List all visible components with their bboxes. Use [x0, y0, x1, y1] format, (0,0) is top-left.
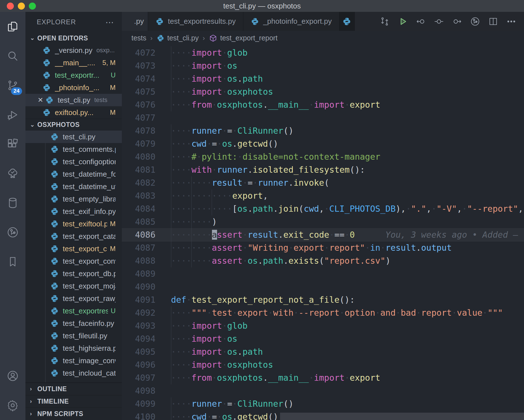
more-actions-icon[interactable]	[505, 16, 517, 27]
breadcrumb-item-test_export_report[interactable]: test_export_report	[209, 34, 278, 42]
code-line-4095[interactable]: 4095····import·os.path	[122, 345, 524, 358]
activity-test-explorer-icon[interactable]	[0, 159, 25, 188]
tree-item-test_export_raw_ca-[interactable]: test_export_raw_ca...	[25, 292, 122, 305]
activity-bookmarks-icon[interactable]	[0, 247, 25, 276]
split-editor-icon[interactable]	[487, 16, 499, 27]
tab-test-cli-partial[interactable]: .py	[122, 12, 148, 31]
tree-item-test_export_db-py[interactable]: test_export_db.py	[25, 267, 122, 280]
code-line-4089[interactable]: 4089	[122, 267, 524, 280]
activity-database-icon[interactable]	[0, 188, 25, 218]
code-line-4090[interactable]: 4090	[122, 280, 524, 293]
tree-item-test_export_conver-[interactable]: test_export_conver...	[25, 255, 122, 267]
section-open-editors[interactable]: ⌄ OPEN EDITORS	[25, 32, 122, 44]
open-editor-test_cli-py[interactable]: ✕test_cli.pytests	[25, 94, 122, 106]
open-editor-exiftool-py-[interactable]: exiftool.py...M	[25, 106, 122, 119]
activity-source-control-icon[interactable]: 24	[0, 71, 25, 100]
tree-item-test_exif_info-py[interactable]: test_exif_info.py	[25, 205, 122, 218]
tree-item-test_export_catalin-[interactable]: test_export_catalin...	[25, 230, 122, 243]
tree-item-test_highsierra-py[interactable]: test_highsierra.py	[25, 342, 122, 354]
section-outline[interactable]: ›OUTLINE	[25, 383, 122, 395]
open-editors-list: _version.pyosxp...__main__....5, Mtest_e…	[25, 44, 122, 119]
activity-extensions-icon[interactable]	[0, 129, 25, 159]
tree-item-test_configoptions-[interactable]: test_configoptions....	[25, 155, 122, 168]
open-editor-_photoinfo_-[interactable]: _photoinfo_...M	[25, 81, 122, 94]
tab-pinned-python[interactable]	[339, 12, 355, 31]
open-changes-icon[interactable]	[379, 16, 391, 27]
code-line-4083[interactable]: 4083············export,	[122, 189, 524, 202]
horizontal-scrollbar[interactable]	[280, 413, 524, 420]
activity-account-icon[interactable]	[0, 361, 25, 391]
code-line-4096[interactable]: 4096····import·osxphotos	[122, 358, 524, 371]
tree-item-test_exiftool-py[interactable]: test_exiftool.pyM	[25, 218, 122, 230]
tree-item-test_datetime_utils-[interactable]: test_datetime_utils....	[25, 180, 122, 193]
tree-item-test_incloud_catali-[interactable]: test_incloud_catali...	[25, 367, 122, 379]
open-editor-__main__-[interactable]: __main__....5, M	[25, 57, 122, 69]
code-line-4072[interactable]: 4072····import·glob	[122, 46, 524, 59]
code-line-4078[interactable]: 4078····runner·=·CliRunner()	[122, 124, 524, 137]
section-npm-scripts[interactable]: ›NPM SCRIPTS	[25, 408, 122, 420]
tree-item-test_export_c-[interactable]: test_export_c...M	[25, 243, 122, 255]
indent-guide	[171, 254, 171, 267]
indent-guide	[171, 345, 171, 358]
breadcrumb-separator: ›	[150, 34, 153, 42]
code-line-4074[interactable]: 4074····import·os.path	[122, 72, 524, 85]
code-editor[interactable]: 4072····import·glob4073····import·os4074…	[122, 45, 524, 420]
tree-item-test_datetime_form-[interactable]: test_datetime_form...	[25, 168, 122, 180]
goto-next-change-icon[interactable]	[451, 16, 463, 27]
section-osxphotos[interactable]: ⌄ OSXPHOTOS	[25, 119, 122, 131]
activity-settings-gear-icon[interactable]	[0, 391, 25, 420]
close-icon[interactable]: ✕	[36, 96, 45, 104]
code-line-4098[interactable]: 4098	[122, 384, 524, 397]
code-line-4086[interactable]: 4086········assert·result.exit_code·==·0…	[122, 228, 524, 241]
line-content: ····#·pylint:·disable=not-context-manage…	[171, 150, 524, 163]
git-graph-icon[interactable]	[469, 16, 481, 27]
code-line-4077[interactable]: 4077	[122, 111, 524, 124]
code-line-4084[interactable]: 4084············[os.path.join(cwd,·CLI_P…	[122, 202, 524, 215]
tab-test-exportresults[interactable]: test_exportresults.py	[148, 12, 243, 31]
activity-run-debug-icon[interactable]	[0, 100, 25, 129]
tree-item-test_faceinfo-py[interactable]: test_faceinfo.py	[25, 317, 122, 330]
code-line-4092[interactable]: 4092····"""·test·export·with·--report·op…	[122, 306, 524, 319]
git-status-badge: M	[107, 109, 116, 116]
activity-git-graph-icon[interactable]	[0, 218, 25, 247]
run-python-file-icon[interactable]	[397, 16, 409, 27]
explorer-more-actions-icon[interactable]: ⋯	[105, 17, 114, 27]
tree-item-test_comments-py[interactable]: test_comments.py	[25, 143, 122, 155]
indent-guide	[191, 241, 192, 254]
line-number: 4093	[122, 319, 171, 332]
breadcrumb-item-tests[interactable]: tests	[131, 34, 146, 42]
current-change-icon[interactable]	[433, 16, 445, 27]
code-line-4097[interactable]: 4097····from·osxphotos.__main__·import·e…	[122, 371, 524, 384]
code-line-4075[interactable]: 4075····import·osxphotos	[122, 85, 524, 98]
breadcrumb-item-test_cli-py[interactable]: test_cli.py	[157, 34, 199, 42]
indent-guide	[191, 202, 192, 215]
code-line-4082[interactable]: 4082········result·=·runner.invoke(	[122, 176, 524, 189]
code-line-4087[interactable]: 4087········assert·"Writing·export·repor…	[122, 241, 524, 254]
open-editor-test_exportr-[interactable]: test_exportr...U	[25, 69, 122, 81]
code-line-4088[interactable]: 4088········assert·os.path.exists("repor…	[122, 254, 524, 267]
tree-item-test_image_convert-[interactable]: test_image_convert...	[25, 354, 122, 367]
tree-item-test_empty_library_-[interactable]: test_empty_library_...	[25, 193, 122, 205]
code-line-4076[interactable]: 4076····from·osxphotos.__main__·import·e…	[122, 98, 524, 111]
open-editor-_version-py[interactable]: _version.pyosxp...	[25, 44, 122, 57]
code-line-4099[interactable]: 4099····runner·=·CliRunner()	[122, 397, 524, 410]
code-line-4093[interactable]: 4093····import·glob	[122, 319, 524, 332]
tree-item-test_export_mojave-[interactable]: test_export_mojave...	[25, 280, 122, 292]
activity-files-icon[interactable]	[0, 12, 25, 41]
tab-photoinfo-export[interactable]: _photoinfo_export.py	[243, 12, 339, 31]
section-timeline[interactable]: ›TIMELINE	[25, 395, 122, 408]
tree-item-test_exportres-[interactable]: test_exportres...U	[25, 305, 122, 317]
tree-item-test_fileutil-py[interactable]: test_fileutil.py	[25, 330, 122, 342]
code-line-4085[interactable]: 4085········)	[122, 215, 524, 228]
code-line-4073[interactable]: 4073····import·os	[122, 59, 524, 72]
tree-item-test_cli-py[interactable]: test_cli.py	[25, 131, 122, 143]
code-line-4080[interactable]: 4080····#·pylint:·disable=not-context-ma…	[122, 150, 524, 163]
file-name: test_exportr...	[55, 71, 99, 80]
code-line-4094[interactable]: 4094····import·os	[122, 332, 524, 345]
python-file-icon	[50, 269, 59, 278]
code-line-4091[interactable]: 4091def·test_export_report_not_a_file():	[122, 293, 524, 306]
code-line-4079[interactable]: 4079····cwd·=·os.getcwd()	[122, 137, 524, 150]
activity-search-icon[interactable]	[0, 41, 25, 71]
code-line-4081[interactable]: 4081····with·runner.isolated_filesystem(…	[122, 163, 524, 176]
goto-previous-change-icon[interactable]	[415, 16, 427, 27]
